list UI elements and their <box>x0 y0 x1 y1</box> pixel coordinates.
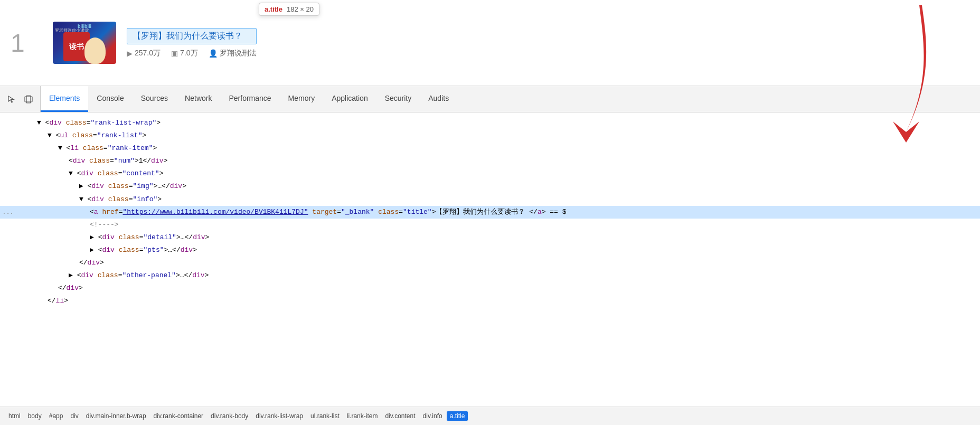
breadcrumb-item[interactable]: a.title <box>447 411 468 421</box>
breadcrumb-item[interactable]: div.content <box>382 411 418 421</box>
tab-application[interactable]: Application <box>323 86 376 112</box>
dom-line[interactable]: ▼ <div class="info"> <box>0 193 980 206</box>
tab-elements[interactable]: Elements <box>41 86 88 112</box>
breadcrumb: htmlbody#appdivdiv.main-inner.b-wrapdiv.… <box>0 407 980 425</box>
dom-content: ▼ <div class="rank-list-wrap">▼ <ul clas… <box>0 112 980 407</box>
video-thumbnail: 读书 bilibili 罗老师迷你小课堂 <box>53 22 116 64</box>
dom-line-content: ▼ <div class="info"> <box>16 194 980 205</box>
dom-line[interactable]: ▶ <div class="pts">…</div> <box>0 244 980 257</box>
dom-line[interactable]: </div> <box>0 282 980 295</box>
breadcrumb-item[interactable]: html <box>5 411 24 421</box>
tooltip-tag: a.title <box>265 5 282 13</box>
thumbnail-face <box>84 37 106 64</box>
tooltip-size: 182 × 20 <box>287 5 314 13</box>
breadcrumb-item[interactable]: body <box>25 411 45 421</box>
tab-sources[interactable]: Sources <box>133 86 176 112</box>
element-tooltip: a.title 182 × 20 <box>259 3 319 16</box>
breadcrumb-item[interactable]: div.main-inner.b-wrap <box>83 411 149 421</box>
dom-line-content: ▶ <div class="pts">…</div> <box>16 244 980 256</box>
play-icon: ▶ <box>127 49 133 58</box>
breadcrumb-item[interactable]: div.info <box>420 411 446 421</box>
dom-line[interactable]: </div> <box>0 257 980 269</box>
dom-line-content: ▼ <div class="rank-list-wrap"> <box>16 117 980 129</box>
dom-line-dots: ... <box>0 207 16 218</box>
stat-author: 👤 罗翔说刑法 <box>209 49 257 58</box>
dom-line[interactable]: ▶ <div class="other-panel">…</div> <box>0 269 980 282</box>
device-toolbar-icon[interactable] <box>22 93 35 106</box>
dom-line-content: <div class="num">1</div> <box>16 155 980 167</box>
comments-count: 7.0万 <box>180 49 197 58</box>
tab-memory[interactable]: Memory <box>280 86 324 112</box>
dom-line-content: ▼ <li class="rank-item"> <box>16 143 980 154</box>
tab-security[interactable]: Security <box>376 86 420 112</box>
breadcrumb-item[interactable]: div.rank-container <box>150 411 207 421</box>
dom-line-content: ▼ <ul class="rank-list"> <box>16 130 980 141</box>
breadcrumb-item[interactable]: ul.rank-list <box>307 411 343 421</box>
plays-count: 257.0万 <box>135 49 161 58</box>
stat-comments: ▣ 7.0万 <box>171 49 197 58</box>
dom-line[interactable]: </li> <box>0 295 980 307</box>
tab-console[interactable]: Console <box>88 86 132 112</box>
dom-line-content: </li> <box>16 295 980 307</box>
dom-line[interactable]: ▶ <div class="detail">…</div> <box>0 231 980 244</box>
tab-network[interactable]: Network <box>176 86 220 112</box>
tab-audits[interactable]: Audits <box>420 86 457 112</box>
breadcrumb-item[interactable]: #app <box>46 411 67 421</box>
dom-line[interactable]: ▼ <li class="rank-item"> <box>0 142 980 155</box>
breadcrumb-item[interactable]: div.rank-body <box>208 411 251 421</box>
breadcrumb-item[interactable]: div.rank-list-wrap <box>252 411 306 421</box>
svg-rect-0 <box>25 97 32 102</box>
author-name: 罗翔说刑法 <box>220 49 257 58</box>
dom-line-content: <a href="https://www.bilibili.com/video/… <box>16 206 980 218</box>
dom-line-content: </div> <box>16 257 980 269</box>
comment-icon: ▣ <box>171 49 178 58</box>
dom-line[interactable]: ...<a href="https://www.bilibili.com/vid… <box>0 206 980 219</box>
tab-performance[interactable]: Performance <box>220 86 279 112</box>
dom-line[interactable]: ▶ <div class="img">…</div> <box>0 180 980 193</box>
video-title[interactable]: 【罗翔】我们为什么要读书？ <box>127 28 257 44</box>
stat-plays: ▶ 257.0万 <box>127 49 161 58</box>
dom-line[interactable]: ▼ <div class="rank-list-wrap"> <box>0 117 980 129</box>
dom-line[interactable]: <div class="num">1</div> <box>0 155 980 167</box>
devtools-tabs: Elements Console Sources Network Perform… <box>41 86 980 112</box>
dom-line[interactable]: ▼ <div class="content"> <box>0 167 980 180</box>
dom-line-content: ▶ <div class="other-panel">…</div> <box>16 270 980 281</box>
video-stats: ▶ 257.0万 ▣ 7.0万 👤 罗翔说刑法 <box>127 49 257 58</box>
dom-line-content: ▶ <div class="detail">…</div> <box>16 232 980 243</box>
dom-line-content: ▼ <div class="content"> <box>16 168 980 180</box>
author-icon: 👤 <box>209 49 218 58</box>
dom-line[interactable]: <!----> <box>0 219 980 231</box>
video-info: 【罗翔】我们为什么要读书？ ▶ 257.0万 ▣ 7.0万 👤 罗翔说刑法 <box>127 28 257 58</box>
inspect-element-icon[interactable] <box>5 93 18 106</box>
breadcrumb-item[interactable]: li.rank-item <box>344 411 381 421</box>
dom-line-content: </div> <box>16 282 980 294</box>
rank-number: 1 <box>11 29 42 58</box>
preview-area: a.title 182 × 20 1 读书 bilibili 罗老师迷你小课堂 … <box>0 0 980 86</box>
breadcrumb-item[interactable]: div <box>67 411 81 421</box>
thumbnail-subtitle: 罗老师迷你小课堂 <box>55 28 89 33</box>
dom-line-content: <!----> <box>16 219 980 231</box>
dom-line-content: ▶ <div class="img">…</div> <box>16 181 980 192</box>
devtools-icons <box>0 86 41 112</box>
devtools-toolbar: Elements Console Sources Network Perform… <box>0 86 980 112</box>
dom-line[interactable]: ▼ <ul class="rank-list"> <box>0 129 980 142</box>
